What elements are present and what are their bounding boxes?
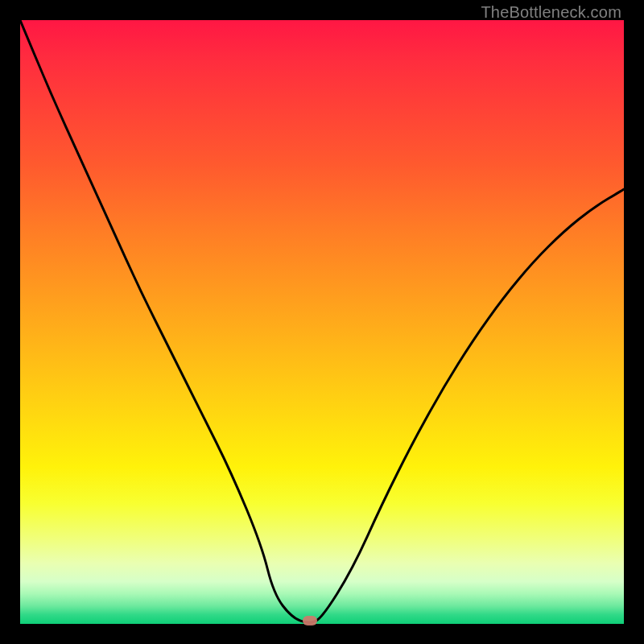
plot-area xyxy=(20,20,624,624)
optimum-marker xyxy=(303,616,317,625)
bottleneck-curve xyxy=(20,20,624,624)
chart-frame: TheBottleneck.com xyxy=(0,0,644,644)
watermark-text: TheBottleneck.com xyxy=(481,3,621,22)
